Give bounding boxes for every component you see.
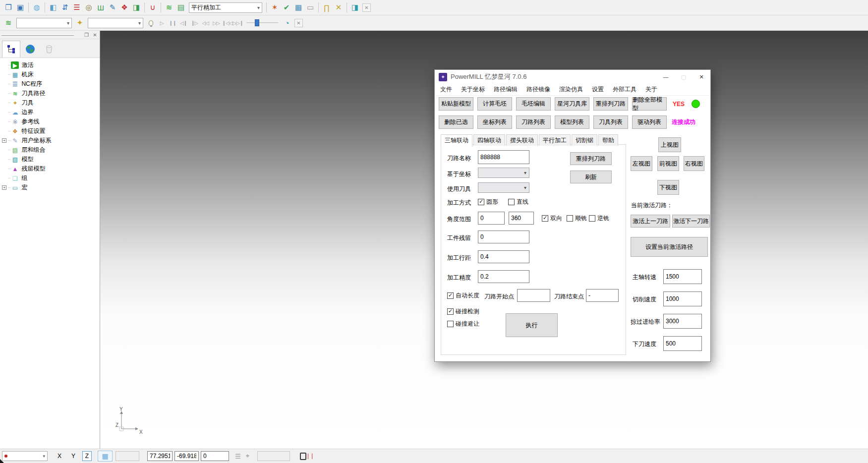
tool-flame-icon[interactable]: ✶ xyxy=(269,1,281,13)
spindle-speed-input[interactable] xyxy=(663,269,702,284)
save-project-icon[interactable]: ▣ xyxy=(14,1,26,13)
transform-arrows-icon[interactable]: ✕ xyxy=(333,1,345,13)
use-tool-combo[interactable]: ▾ xyxy=(478,182,529,193)
tool-sphere-icon[interactable]: ◎ xyxy=(83,1,95,13)
panel-close-icon[interactable]: ✕ xyxy=(92,32,98,38)
viewmill-teapot-icon[interactable]: ◍ xyxy=(31,1,43,13)
pause-button[interactable]: ❙❙ xyxy=(167,17,178,29)
tree-item-activate[interactable]: ┈▶激活 xyxy=(1,60,100,70)
go-to-start-button[interactable]: ❙◁◁ xyxy=(222,17,232,29)
right-view-button[interactable]: 右视图 xyxy=(684,156,704,171)
expand-plus-icon[interactable]: + xyxy=(2,185,6,190)
resize-grip[interactable] xyxy=(0,459,4,463)
block-edit-button[interactable]: 毛坯编辑 xyxy=(516,97,551,111)
strategy-list-icon[interactable]: ▤ xyxy=(175,1,187,13)
status-empty-field-1[interactable] xyxy=(116,451,139,461)
circular-checkbox[interactable]: 圆形 xyxy=(478,198,498,206)
tree-item-macros[interactable]: +┈▭宏 xyxy=(1,183,100,192)
axis-z-button[interactable]: Z xyxy=(82,451,92,461)
tree-item-toolpaths[interactable]: ┈≋刀具路径 xyxy=(1,89,100,98)
axis-x-button[interactable]: X xyxy=(55,451,64,461)
rewind-button[interactable]: ◁◁ xyxy=(200,17,211,29)
tool-holder-icon[interactable]: ∪ xyxy=(147,1,159,13)
based-coordinate-combo[interactable]: ▾ xyxy=(478,168,529,178)
line-checkbox[interactable]: 直线 xyxy=(508,198,528,206)
tree-item-groups[interactable]: ┈❏组 xyxy=(1,174,100,183)
simulation-speed-slider[interactable] xyxy=(246,18,278,27)
drive-list-button[interactable]: 驱动列表 xyxy=(632,116,667,129)
tree-item-levels[interactable]: ┈▤层和组合 xyxy=(1,145,100,155)
rearrange-toolpaths-button[interactable]: 重排列刀路 xyxy=(593,97,628,111)
bidirectional-checkbox[interactable]: 双向 xyxy=(542,214,562,223)
tool-icon[interactable]: ✦ xyxy=(74,17,86,29)
tool-pair-icon[interactable]: ∏ xyxy=(321,1,333,13)
coordinate-list-button[interactable]: 坐标列表 xyxy=(477,116,512,129)
dock-grip[interactable] xyxy=(1,34,74,36)
ruler-icon[interactable]: ▭ xyxy=(304,1,316,13)
toolbar-close-icon[interactable]: ✕ xyxy=(362,3,371,12)
tree-item-tools[interactable]: ┈✦刀具 xyxy=(1,98,100,108)
xinghe-tool-library-button[interactable]: 星河刀具库 xyxy=(555,97,589,111)
top-view-button[interactable]: 上视图 xyxy=(658,137,681,152)
climb-mill-checkbox[interactable]: 顺铣 xyxy=(567,214,587,223)
menu-settings[interactable]: 设置 xyxy=(587,84,608,95)
slider-handle[interactable] xyxy=(255,19,259,26)
status-combo[interactable]: ▾ xyxy=(2,451,48,461)
tree-item-machine[interactable]: ┈▦机床 xyxy=(1,70,100,79)
fast-forward-button[interactable]: ▷▷ xyxy=(211,17,222,29)
activate-next-toolpath-button[interactable]: 激活下一刀路 xyxy=(672,215,710,228)
clipboard-pause-icon[interactable] xyxy=(300,453,306,460)
tree-item-workplanes[interactable]: +┈✎用户坐标系 xyxy=(1,136,100,145)
tree-item-nc-programs[interactable]: ┈☰NC程序 xyxy=(1,79,100,89)
tab-tilting-head[interactable]: 摆头联动 xyxy=(506,134,538,146)
simulation-toolpath-combo[interactable]: ▾ xyxy=(16,18,72,28)
cutting-speed-input[interactable] xyxy=(663,291,702,306)
tab-4axis[interactable]: 四轴联动 xyxy=(473,134,505,146)
nc-program-icon[interactable]: ☰ xyxy=(71,1,83,13)
status-empty-field-2[interactable] xyxy=(257,451,290,461)
stepover-input[interactable] xyxy=(478,250,529,263)
toolpath-spiral-icon[interactable]: ≋ xyxy=(2,17,14,29)
explorer-tree-tab[interactable] xyxy=(2,41,20,58)
simulation-close-icon[interactable]: ✕ xyxy=(294,19,303,27)
clock-icon[interactable]: ◔ xyxy=(281,17,293,29)
tool-block-icon[interactable]: ◨ xyxy=(130,1,142,13)
tab-help[interactable]: 帮助 xyxy=(598,134,618,146)
front-view-button[interactable]: 前视图 xyxy=(657,156,679,171)
menu-path-mirror[interactable]: 路径镜像 xyxy=(522,84,555,95)
paste-new-model-button[interactable]: 粘贴新模型 xyxy=(439,97,473,111)
compare-cubes-icon[interactable]: ◨ xyxy=(349,1,361,13)
compute-block-button[interactable]: 计算毛坯 xyxy=(477,97,512,111)
axis-y-button[interactable]: Y xyxy=(68,451,78,461)
toolpath-list-button[interactable]: 刀路列表 xyxy=(516,116,551,129)
panel-restore-icon[interactable]: ❐ xyxy=(83,32,90,38)
tree-item-stock-models[interactable]: ┈▲残留模型 xyxy=(1,164,100,174)
conventional-mill-checkbox[interactable]: 逆铣 xyxy=(589,214,609,223)
tree-item-models[interactable]: ┈▧模型 xyxy=(1,155,100,164)
simulation-tool-combo[interactable]: ▾ xyxy=(88,18,143,28)
menu-file[interactable]: 文件 xyxy=(436,84,457,95)
menu-about[interactable]: 关于 xyxy=(641,84,662,95)
curve-editor-icon[interactable]: ✎ xyxy=(107,1,118,13)
set-active-path-button[interactable]: 设置当前激活路径 xyxy=(631,237,708,257)
coordinate-y-field[interactable] xyxy=(174,451,199,461)
dialog-titlebar[interactable]: ✦ PowerMILL 忆梦星河 7.0.6 — ▢ ✕ xyxy=(435,70,710,84)
tab-parallel[interactable]: 平行加工 xyxy=(539,134,571,146)
window-minimize-button[interactable]: — xyxy=(657,70,675,84)
model-list-button[interactable]: 模型列表 xyxy=(555,116,589,129)
step-forward-button[interactable]: ❙▷ xyxy=(189,17,200,29)
end-point-input[interactable] xyxy=(586,289,619,302)
auto-length-checkbox[interactable]: 自动长度 xyxy=(447,291,479,300)
tool-check-icon[interactable]: ✔ xyxy=(281,1,292,13)
tree-item-feature-sets[interactable]: ┈❖特征设置 xyxy=(1,126,100,136)
tab-3axis[interactable]: 三轴联动 xyxy=(441,134,472,147)
toolpath-name-input[interactable] xyxy=(478,150,529,164)
toolpath-strategy-icon[interactable]: ⇵ xyxy=(59,1,71,13)
menu-external-tools[interactable]: 外部工具 xyxy=(608,84,641,95)
menu-render-simulation[interactable]: 渲染仿真 xyxy=(555,84,587,95)
collision-avoid-checkbox[interactable]: 碰撞避让 xyxy=(447,320,479,328)
tree-item-patterns[interactable]: ┈※参考线 xyxy=(1,117,100,126)
plunge-speed-input[interactable] xyxy=(663,336,702,351)
collision-check-icon[interactable]: Ш xyxy=(95,1,107,13)
execute-button[interactable]: 执行 xyxy=(506,313,558,337)
